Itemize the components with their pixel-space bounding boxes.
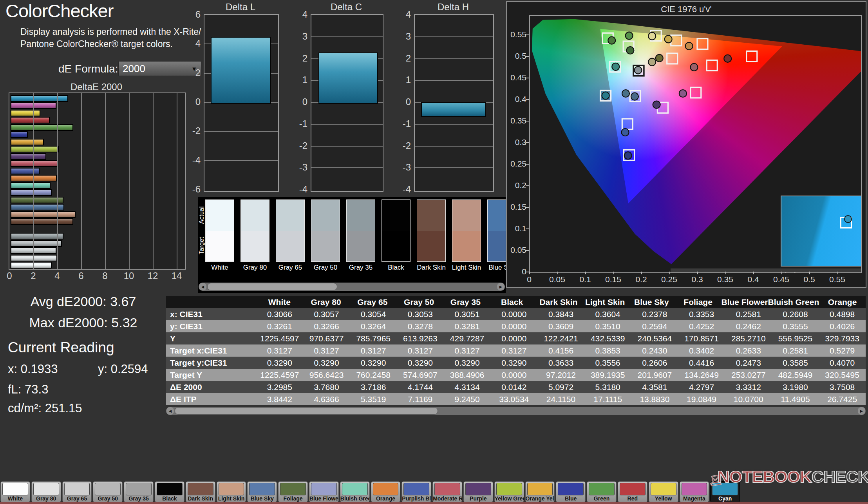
y-tick-label: -2: [288, 140, 307, 151]
patch-button-blue-sky[interactable]: Blue Sky: [247, 481, 277, 502]
scrollbar-left-arrow[interactable]: ◄: [199, 283, 206, 290]
column-header-foliage: Foliage: [675, 297, 722, 307]
table-cell: 329.7933: [819, 334, 866, 343]
cie-y-tick: [526, 78, 529, 78]
table-header-row: WhiteGray 80Gray 65Gray 50Gray 35BlackDa…: [166, 296, 866, 308]
table-cell: 0.3127: [350, 346, 397, 355]
scrollbar-track[interactable]: ◄►: [166, 407, 866, 415]
bar-row-green: [10, 124, 184, 129]
table-cell: 0.3054: [350, 310, 397, 319]
table-cell: 0.3555: [772, 322, 819, 331]
page-title: ColorChecker: [5, 0, 113, 22]
table-cell: 4.6366: [303, 395, 350, 404]
scrollbar-thumb[interactable]: [207, 283, 337, 290]
table-cell: 0.3127: [397, 346, 444, 355]
swatch-target: [276, 231, 304, 262]
patch-swatch: [651, 483, 676, 495]
patch-button-foliage[interactable]: Foliage: [278, 481, 308, 502]
patch-label: Orange Yellow: [526, 495, 555, 502]
swatch-label: Light Skin: [448, 264, 485, 272]
patch-button-blue[interactable]: Blue: [556, 481, 586, 502]
patch-buttons: WhiteGray 80Gray 65Gray 50Gray 35BlackDa…: [0, 481, 740, 502]
patch-button-white[interactable]: White: [0, 481, 30, 502]
patch-button-gray-50[interactable]: Gray 50: [93, 481, 123, 502]
cie-chromaticity-plot: RGB Triplet: 41, 130, 161: [529, 15, 862, 273]
y-tick-label: -2: [181, 125, 201, 136]
patch-button-cyan[interactable]: Cyan: [710, 481, 740, 502]
patch-button-dark-skin[interactable]: Dark Skin: [186, 481, 215, 502]
table-cell: 97.2012: [537, 370, 584, 380]
patch-label: Purplish Blue: [402, 495, 431, 502]
y-tick-label: 0: [181, 96, 201, 107]
patch-button-orange[interactable]: Orange: [371, 481, 401, 502]
patch-label: Blue Flower: [309, 495, 338, 502]
patch-label: Yellow Green: [495, 495, 524, 502]
scrollbar-right-arrow[interactable]: ►: [497, 283, 505, 290]
cie-y-tick: [526, 207, 529, 208]
cie-1976-panel: CIE 1976 u'v' RGB Triplet: 41, 130, 161 …: [506, 1, 866, 288]
scrollbar-track[interactable]: ◄►: [199, 283, 505, 291]
patch-button-black[interactable]: Black: [155, 481, 184, 502]
y-tick-label: -4: [181, 155, 201, 166]
table-cell: 0.2633: [725, 346, 772, 355]
patch-label: Magenta: [680, 495, 709, 502]
x-tick-label: 4: [51, 270, 63, 281]
description-text: Display analysis is performed with the X…: [20, 26, 201, 50]
column-header-black: Black: [489, 297, 535, 307]
table-cell: 170.8571: [678, 334, 725, 343]
gridline: [415, 146, 493, 147]
table-cell: 0.3290: [303, 358, 350, 368]
bar-row-black: [10, 226, 184, 231]
gridline: [105, 93, 106, 269]
delta-c-chart: Delta C43210-1-2-3-4: [288, 0, 394, 196]
patch-button-bluish-green[interactable]: Bluish Green: [340, 481, 370, 502]
scrollbar-right-arrow[interactable]: ►: [858, 407, 865, 415]
scrollbar-left-arrow[interactable]: ◄: [166, 407, 174, 415]
scrollbar-thumb[interactable]: [175, 407, 438, 415]
patch-button-gray-65[interactable]: Gray 65: [62, 481, 92, 502]
y-tick-label: -3: [288, 162, 307, 173]
patch-button-yellow[interactable]: Yellow: [649, 481, 678, 502]
bar-row-purplish-blue: [10, 168, 184, 173]
table-cell: 0.3261: [256, 322, 303, 331]
patch-button-light-skin[interactable]: Light Skin: [217, 481, 246, 502]
table-row: ΔE 20003.29853.76803.71864.17444.31340.0…: [166, 381, 866, 393]
patch-button-red[interactable]: Red: [618, 481, 647, 502]
patch-swatch: [712, 483, 738, 495]
swatch-label: Black: [378, 264, 414, 272]
table-cell: 0.3057: [303, 310, 350, 319]
actual-target-swatch-strip: ActualTargetWhiteGray 80Gray 65Gray 50Gr…: [198, 197, 506, 293]
measured-dot: [631, 93, 638, 100]
description-line-1: Display analysis is performed with the X…: [20, 26, 201, 38]
patch-button-green[interactable]: Green: [587, 481, 617, 502]
swatch-black: [382, 199, 410, 262]
delta_h-title: Delta H: [414, 2, 492, 13]
bar-row-blue-flower: [10, 189, 184, 194]
table-cell: 10.0700: [725, 395, 772, 404]
measurement-table: WhiteGray 80Gray 65Gray 50Gray 35BlackDa…: [166, 296, 866, 416]
patch-button-purplish-blue[interactable]: Purplish Blue: [401, 481, 431, 502]
patch-button-gray-80[interactable]: Gray 80: [31, 481, 61, 502]
measured-dot: [685, 42, 693, 50]
patch-button-gray-35[interactable]: Gray 35: [124, 481, 154, 502]
swatch-gray-35: [346, 199, 375, 262]
measured-dot: [624, 152, 632, 159]
patch-button-magenta[interactable]: Magenta: [680, 481, 709, 502]
patch-button-blue-flower[interactable]: Blue Flower: [309, 481, 339, 502]
table-cell: 0.3353: [678, 310, 725, 319]
cie-x-tick-label: 0.5: [798, 275, 820, 284]
bar-row-orange: [10, 175, 184, 180]
patch-button-moderate-red[interactable]: Moderate Red: [432, 481, 462, 502]
bar-foliage: [11, 197, 63, 203]
patch-button-orange-yellow[interactable]: Orange Yellow: [525, 481, 555, 502]
table-cell: 0.2473: [725, 358, 772, 368]
swatch-label: Gray 80: [237, 264, 273, 272]
patch-button-yellow-green[interactable]: Yellow Green: [494, 481, 524, 502]
swatch-label: Gray 65: [272, 264, 308, 272]
patch-button-purple[interactable]: Purple: [463, 481, 493, 502]
cie-y-tick: [526, 121, 529, 121]
max-de2000-value: Max dE2000: 5.32: [16, 315, 151, 330]
row-label: ΔE 2000: [166, 383, 256, 392]
cie-x-tick: [697, 272, 698, 274]
y-tick-label: 2: [288, 53, 307, 64]
